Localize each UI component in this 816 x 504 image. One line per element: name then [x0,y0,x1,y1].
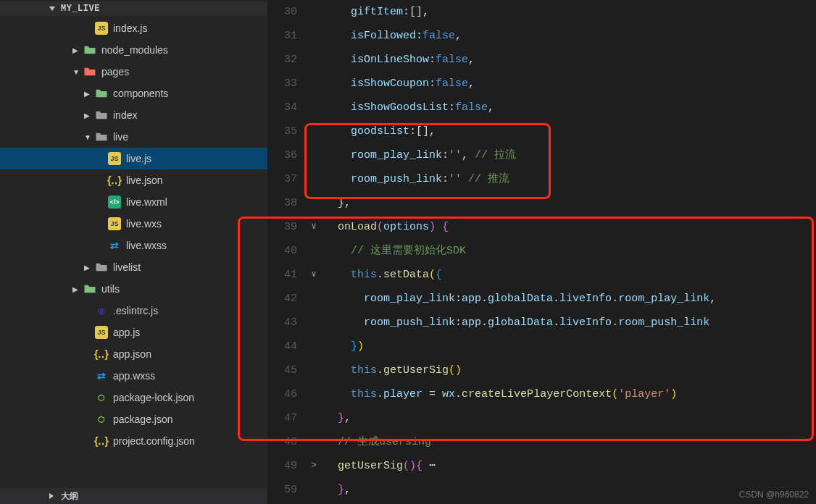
code-line[interactable]: room_push_link:'' // 推流 [325,167,816,191]
node-file-icon: ⬡ [95,391,108,404]
tree-item[interactable]: ▶{‥}live.json [0,169,267,191]
eslint-file-icon: ◎ [95,304,108,317]
fold-toggle [307,72,320,96]
code-line[interactable]: }, [325,191,816,215]
fold-toggle [307,406,320,430]
fold-toggle [307,239,320,263]
tree-item[interactable]: ▶JSapp.js [0,322,267,343]
line-number: 41 [268,263,297,287]
wxml-file-icon: </> [108,196,121,209]
tree-item-label: .eslintrc.js [113,305,267,316]
code-line[interactable]: this.setData({ [325,263,816,287]
code-editor[interactable]: 3031323334353637383940414243444546474849… [268,0,816,504]
tree-item[interactable]: ▶⬡package.json [0,408,267,430]
code-line[interactable]: room_play_link:app.globalData.liveInfo.r… [325,287,816,311]
tree-item-label: node_modules [101,44,267,56]
folder-icon [95,130,108,143]
js-file-icon: JS [108,152,121,165]
fold-toggle [307,167,320,191]
tree-item[interactable]: ▼live [0,126,267,148]
fold-toggle [307,191,320,215]
tree-item-label: index.js [113,22,267,34]
tree-item[interactable]: ▶index [0,104,267,126]
code-line[interactable]: room_push_link:app.globalData.liveInfo.r… [325,311,816,335]
folder-icon [83,43,96,56]
folder-icon [95,87,108,100]
fold-toggle[interactable]: ∨ [307,215,320,239]
code-line[interactable]: this.player = wx.createLivePlayerContext… [325,382,816,406]
code-line[interactable]: room_play_link:'', // 拉流 [325,143,816,167]
code-line[interactable]: isFollowed:false, [325,24,816,48]
code-line[interactable]: isOnLineShow:false, [325,48,816,72]
tree-item-label: package.json [113,413,267,425]
code-line[interactable]: giftItem:[], [325,0,816,24]
tree-item[interactable]: ▶⇄live.wxss [0,235,267,256]
fold-toggle [307,478,320,502]
folder-icon [83,282,96,295]
code-line[interactable]: getUserSig(){ ⋯ [325,454,816,478]
tree-item-label: package-lock.json [113,392,267,403]
code-line[interactable]: isShowCoupon:false, [325,72,816,96]
watermark: CSDN @h960822 [739,490,809,500]
fold-toggle [307,430,320,454]
tree-item-label: live.js [126,153,267,164]
wxss-file-icon: ⇄ [95,369,108,382]
chevron-icon: ▼ [72,68,78,76]
tree-item-label: app.json [113,348,267,360]
code-line[interactable]: // 这里需要初始化SDK [325,239,816,263]
tree-item[interactable]: ▶{‥}project.config.json [0,430,267,452]
line-number: 36 [268,143,297,167]
line-number: 33 [268,72,297,96]
tree-item-label: pages [101,66,267,77]
wxss-file-icon: ⇄ [108,239,121,252]
json-file-icon: {‥} [95,434,108,448]
tree-item-label: app.wxss [113,370,267,382]
code-line[interactable]: // 生成usersing [325,430,816,454]
chevron-icon: ▶ [84,264,90,272]
chevron-icon: ▶ [84,90,90,98]
tree-item[interactable]: ▶JSlive.wxs [0,213,267,235]
code-line[interactable]: isShowGoodsList:false, [325,96,816,119]
fold-toggle [307,335,320,358]
code-area[interactable]: giftItem:[], isFollowed:false, isOnLineS… [320,0,816,504]
tree-item[interactable]: ▼pages [0,61,267,83]
fold-toggle[interactable]: > [307,454,320,478]
fold-toggle [307,24,320,48]
code-line[interactable]: }, [325,406,816,430]
tree-item-label: index [113,109,267,121]
fold-toggle [307,382,320,406]
line-number: 38 [268,191,297,215]
tree-item[interactable]: ▶node_modules [0,39,267,61]
tree-item-label: app.js [113,327,267,338]
fold-toggle [307,119,320,143]
js-file-icon: JS [95,22,108,35]
outline-title: 大纲 [61,490,78,503]
tree-item[interactable]: ▶JSindex.js [0,17,267,39]
node-file-icon: ⬡ [95,413,108,426]
tree-item[interactable]: ▶</>live.wxml [0,191,267,213]
folder-icon [95,261,108,274]
outline-section-header[interactable]: 大纲 [0,488,267,504]
tree-item-label: live.wxml [126,196,267,208]
tree-item[interactable]: ▶components [0,83,267,104]
tree-item[interactable]: ▶utils [0,278,267,300]
code-line[interactable]: }) [325,335,816,358]
tree-item[interactable]: ▶⬡package-lock.json [0,387,267,408]
line-number: 32 [268,48,297,72]
fold-toggle [307,358,320,382]
code-line[interactable]: this.getUserSig() [325,358,816,382]
tree-item[interactable]: ▶JSlive.js [0,148,267,169]
explorer-section-header[interactable]: MY_LIVE [0,1,267,16]
fold-column[interactable]: ∨∨> [307,0,320,504]
tree-item[interactable]: ▶livelist [0,256,267,278]
code-line[interactable]: onLoad(options) { [325,215,816,239]
code-line[interactable]: goodsList:[], [325,119,816,143]
chevron-icon: ▶ [84,112,90,119]
tree-item[interactable]: ▶◎.eslintrc.js [0,300,267,322]
fold-toggle[interactable]: ∨ [307,263,320,287]
fold-toggle [307,0,320,24]
tree-item[interactable]: ▶{‥}app.json [0,343,267,365]
tree-item[interactable]: ▶⇄app.wxss [0,365,267,387]
line-number: 49 [268,454,297,478]
line-number: 39 [268,215,297,239]
